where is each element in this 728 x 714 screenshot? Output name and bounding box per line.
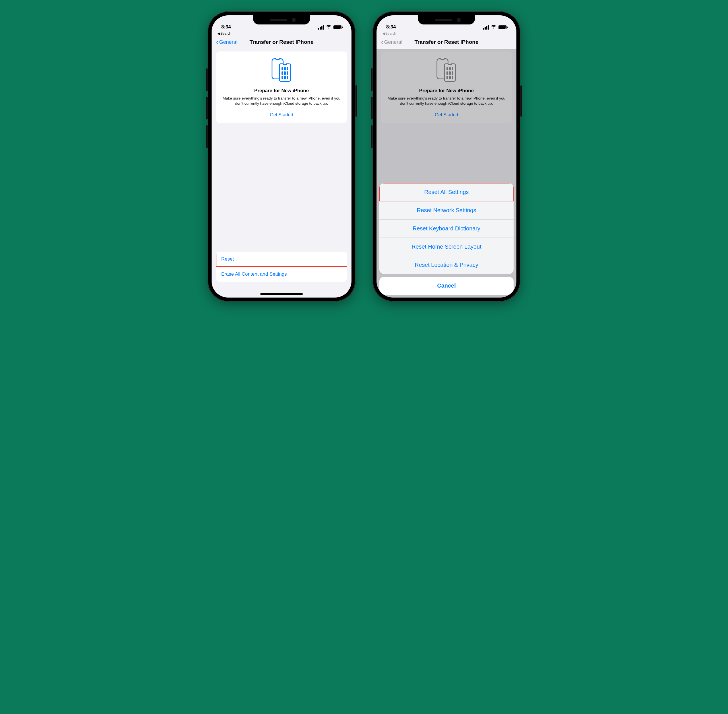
prepare-card: Prepare for New iPhone Make sure everyth… [216, 51, 347, 123]
back-button: ‹ General [381, 39, 402, 45]
back-button[interactable]: ‹ General [216, 39, 237, 45]
prepare-heading: Prepare for New iPhone [222, 88, 341, 94]
content: Prepare for New iPhone Make sure everyth… [376, 49, 517, 297]
breadcrumb-back[interactable]: ◀ Search [211, 31, 352, 36]
screen: 8:34 ◀ Search ‹ General Transfer or Rese… [376, 15, 517, 297]
cellular-icon [318, 26, 324, 30]
bottom-options: Reset Erase All Content and Settings [216, 252, 347, 282]
notch [418, 15, 475, 24]
breadcrumb-label: Search [220, 32, 231, 36]
navbar: ‹ General Transfer or Reset iPhone [376, 36, 517, 49]
battery-icon [333, 26, 342, 29]
status-time: 8:34 [221, 24, 231, 30]
wifi-icon [326, 25, 332, 30]
screen: 8:34 ◀ Search ‹ General Transfer or Rese… [211, 15, 352, 297]
breadcrumb-label: Search [385, 32, 396, 36]
chevron-left-icon: ‹ [381, 38, 383, 45]
home-indicator[interactable] [260, 293, 303, 295]
page-title: Transfer or Reset iPhone [415, 39, 479, 45]
breadcrumb-back: ◀ Search [376, 31, 517, 36]
devices-icon [271, 58, 292, 83]
reset-network-settings-option[interactable]: Reset Network Settings [379, 201, 514, 219]
cellular-icon [483, 26, 489, 30]
status-indicators [318, 25, 342, 30]
back-label: General [384, 39, 402, 45]
reset-row[interactable]: Reset [216, 252, 347, 267]
back-label: General [219, 39, 237, 45]
action-sheet-group: Reset All Settings Reset Network Setting… [379, 183, 514, 274]
status-time: 8:34 [386, 24, 396, 30]
chevron-left-icon: ◀ [382, 32, 385, 36]
action-sheet: Reset All Settings Reset Network Setting… [379, 183, 514, 295]
content: Prepare for New iPhone Make sure everyth… [211, 49, 352, 297]
battery-icon [498, 26, 507, 29]
reset-location-privacy-option[interactable]: Reset Location & Privacy [379, 256, 514, 274]
reset-all-settings-option[interactable]: Reset All Settings [379, 183, 514, 201]
status-indicators [483, 25, 507, 30]
cancel-button[interactable]: Cancel [379, 277, 514, 295]
chevron-left-icon: ‹ [216, 38, 219, 45]
prepare-body: Make sure everything's ready to transfer… [222, 96, 341, 106]
erase-all-row[interactable]: Erase All Content and Settings [216, 267, 347, 282]
reset-home-screen-layout-option[interactable]: Reset Home Screen Layout [379, 237, 514, 256]
navbar: ‹ General Transfer or Reset iPhone [211, 36, 352, 49]
get-started-button[interactable]: Get Started [222, 112, 341, 117]
device-right: 8:34 ◀ Search ‹ General Transfer or Rese… [373, 11, 520, 302]
wifi-icon [491, 25, 497, 30]
device-left: 8:34 ◀ Search ‹ General Transfer or Rese… [208, 11, 355, 302]
notch [253, 15, 310, 24]
reset-keyboard-dictionary-option[interactable]: Reset Keyboard Dictionary [379, 219, 514, 237]
chevron-left-icon: ◀ [217, 32, 220, 36]
page-title: Transfer or Reset iPhone [250, 39, 314, 45]
